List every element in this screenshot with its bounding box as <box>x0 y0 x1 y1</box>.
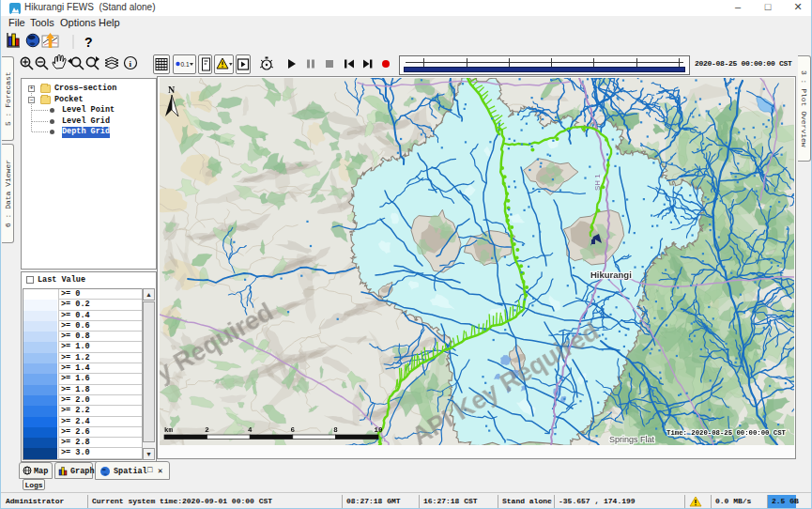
svg-text:Hikurangi: Hikurangi <box>590 270 632 280</box>
svg-text:Springs Flat: Springs Flat <box>609 435 655 444</box>
svg-text:6: 6 <box>291 426 296 434</box>
svg-text:2: 2 <box>205 426 209 434</box>
svg-text:0.1: 0.1 <box>181 61 190 68</box>
svg-text:8: 8 <box>333 426 338 434</box>
svg-text:i: i <box>130 59 132 69</box>
svg-text:N: N <box>168 85 176 95</box>
svg-text:Time: 2020-08-25 00:00:00 CST: Time: 2020-08-25 00:00:00 CST <box>666 429 787 437</box>
svg-text:4: 4 <box>248 426 253 434</box>
svg-text:?: ? <box>84 35 93 50</box>
svg-text:10: 10 <box>374 426 383 434</box>
svg-text:km: km <box>164 426 174 434</box>
svg-text:SH 1: SH 1 <box>593 174 602 191</box>
